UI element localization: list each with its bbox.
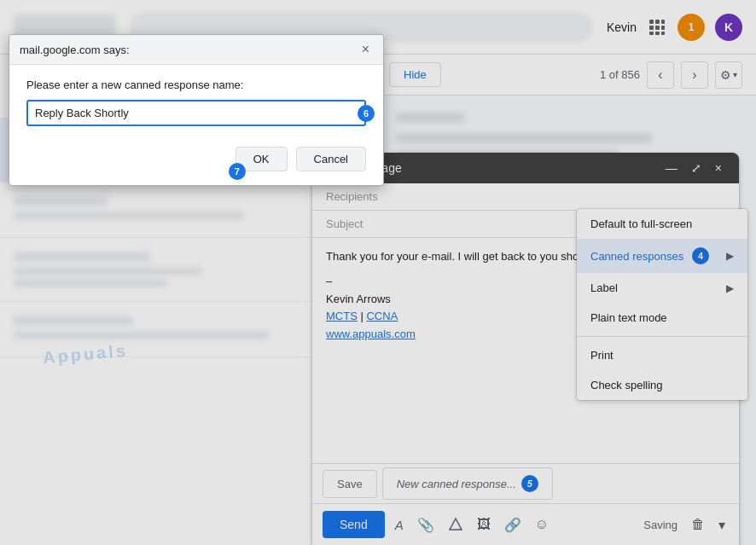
alert-dialog: mail.google.com says: × Please enter a n… [9,34,384,186]
dialog-footer: OK 7 Cancel [9,140,383,185]
dialog-label: Please enter a new canned response name: [26,78,366,91]
dialog-title: mail.google.com says: [20,43,130,56]
canned-response-input[interactable] [26,100,366,126]
dialog-close-button[interactable]: × [358,42,373,57]
step-6-badge: 6 [358,105,375,122]
dialog-titlebar: mail.google.com says: × [9,35,383,65]
dialog-overlay: mail.google.com says: × Please enter a n… [0,0,756,545]
dialog-body: Please enter a new canned response name:… [9,65,383,140]
cancel-button[interactable]: Cancel [296,147,366,171]
step-7-badge: 7 [229,163,246,180]
